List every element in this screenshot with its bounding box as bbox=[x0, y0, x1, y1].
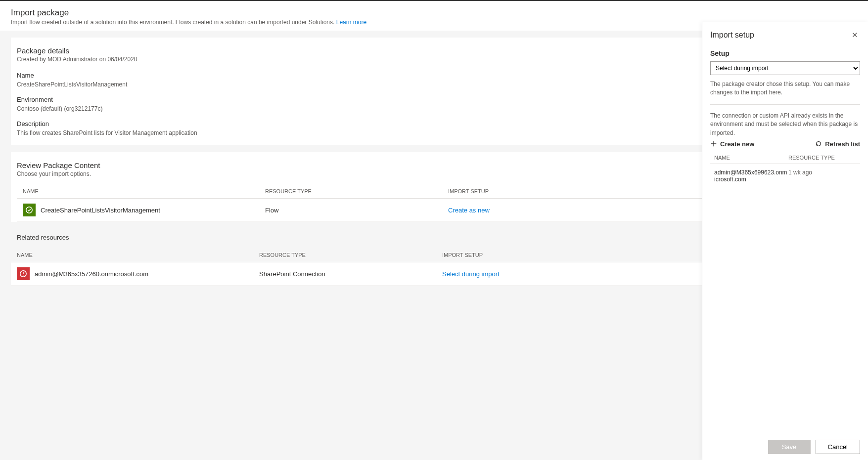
col-name: NAME bbox=[17, 252, 259, 258]
col-setup: IMPORT SETUP bbox=[442, 252, 566, 258]
connection-age: 1 wk ago bbox=[788, 169, 856, 183]
setup-label: Setup bbox=[710, 49, 860, 57]
divider bbox=[710, 104, 860, 105]
row-type-cell: SharePoint Connection bbox=[259, 270, 442, 278]
svg-point-3 bbox=[23, 275, 23, 275]
import-setup-link[interactable]: Create as new bbox=[448, 207, 490, 214]
panel-title: Import setup bbox=[710, 31, 754, 40]
check-circle-icon bbox=[23, 204, 36, 216]
cancel-button[interactable]: Cancel bbox=[816, 440, 860, 454]
refresh-list-button[interactable]: Refresh list bbox=[815, 140, 860, 148]
connection-name: admin@M365x699623.onmicrosoft.com bbox=[714, 169, 788, 183]
row-setup-cell: Create as new bbox=[448, 207, 572, 214]
setup-help-1: The package creator chose this setup. Yo… bbox=[710, 80, 860, 97]
setup-select[interactable]: Select during import bbox=[710, 61, 860, 75]
save-button[interactable]: Save bbox=[768, 440, 811, 454]
col-type: RESOURCE TYPE bbox=[788, 155, 856, 161]
row-name-cell: admin@M365x357260.onmicrosoft.com bbox=[17, 267, 259, 280]
page-title: Import package bbox=[11, 8, 857, 18]
col-type: RESOURCE TYPE bbox=[259, 252, 442, 258]
close-icon[interactable]: ✕ bbox=[850, 29, 860, 42]
panel-footer: Save Cancel bbox=[702, 434, 868, 460]
plus-icon bbox=[710, 140, 717, 147]
row-name-cell: CreateSharePointListsVisitorManagement bbox=[23, 204, 265, 216]
panel-body: Setup Select during import The package c… bbox=[702, 47, 868, 434]
subtitle-text: Import flow created outside of a solutio… bbox=[11, 19, 336, 26]
refresh-icon bbox=[815, 140, 822, 147]
panel-actions: Create new Refresh list bbox=[710, 140, 860, 148]
error-circle-icon bbox=[17, 267, 30, 280]
col-name: NAME bbox=[23, 188, 265, 194]
row-name-text: admin@M365x357260.onmicrosoft.com bbox=[35, 270, 148, 278]
col-name: NAME bbox=[714, 155, 788, 161]
row-type-cell: Flow bbox=[265, 207, 448, 214]
create-new-label: Create new bbox=[720, 140, 754, 148]
col-type: RESOURCE TYPE bbox=[265, 188, 448, 194]
row-name-text: CreateSharePointListsVisitorManagement bbox=[41, 207, 160, 214]
create-new-button[interactable]: Create new bbox=[710, 140, 754, 148]
learn-more-link[interactable]: Learn more bbox=[336, 19, 366, 26]
panel-header: Import setup ✕ bbox=[702, 22, 868, 47]
import-setup-link[interactable]: Select during import bbox=[442, 270, 500, 278]
connection-table-header: NAME RESOURCE TYPE bbox=[710, 150, 860, 164]
col-setup: IMPORT SETUP bbox=[448, 188, 572, 194]
row-setup-cell: Select during import bbox=[442, 270, 566, 278]
connection-row[interactable]: admin@M365x699623.onmicrosoft.com 1 wk a… bbox=[710, 164, 860, 188]
setup-help-2: The connection or custom API already exi… bbox=[710, 112, 860, 137]
refresh-list-label: Refresh list bbox=[825, 140, 860, 148]
import-setup-panel: Import setup ✕ Setup Select during impor… bbox=[702, 22, 868, 460]
